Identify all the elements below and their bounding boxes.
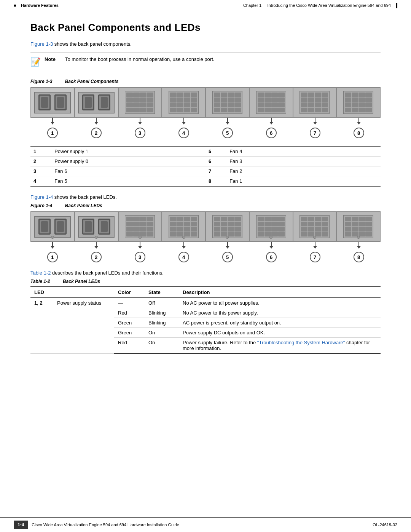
figure-1-3-link[interactable]: Figure 1-3 [30, 41, 53, 47]
th-color: Color [114, 287, 145, 298]
figure-1-3-diagram: 1 2 3 4 5 6 7 8 [30, 87, 381, 140]
callout-6: 6 [266, 128, 277, 138]
led-row-1: 1, 2 Power supply status — Off No AC pow… [30, 298, 381, 308]
callout-1: 1 [47, 128, 58, 138]
intro-paragraph-2: Figure 1-4 shows the back panel LEDs. [30, 194, 381, 200]
fan-visual-led-6 [256, 215, 286, 238]
header-chapter-title: Introducing the Cisco Wide Area Virtuali… [268, 3, 391, 8]
fig-1-4-number: Figure 1-4 [30, 203, 52, 208]
header-chapter-label: Chapter 1 [243, 3, 261, 8]
diagram-1-arrows [30, 118, 381, 125]
panel-slot-led-2 [75, 212, 119, 241]
comp-label-8: Fan 1 [226, 176, 381, 187]
callout-7: 7 [310, 128, 320, 138]
main-content: Back Panel Components and LEDs Figure 1-… [0, 10, 411, 377]
th-led: LED [30, 287, 53, 298]
panel-slot-8 [337, 88, 380, 117]
panel-slot-3 [119, 88, 162, 117]
panel-slot-led-6 [250, 212, 293, 241]
table-row: 4 Fan 5 8 Fan 1 [30, 176, 381, 187]
comp-label-7: Fan 2 [226, 166, 381, 176]
led-state-4: On [145, 328, 179, 338]
table-1-2-link[interactable]: Table 1-2 [30, 270, 51, 276]
table-intro-text: Table 1-2 describes the back panel LEDs … [30, 270, 381, 276]
diagram-2-callouts: 1 2 3 4 5 6 7 8 [30, 249, 381, 264]
diagram-2-arrows [30, 242, 381, 249]
comp-num-2: 2 [30, 157, 51, 166]
callout-led-4: 4 [178, 252, 189, 262]
figure-1-3-caption: Figure 1-3 Back Panel Components [30, 79, 381, 84]
back-panel-diagram-2 [30, 211, 381, 242]
callout-2: 2 [91, 128, 102, 138]
callout-led-7: 7 [310, 252, 320, 262]
header-square: ■ [14, 3, 16, 8]
led-desc-3: AC power is present, only standby output… [179, 318, 381, 328]
panel-slot-led-5 [206, 212, 250, 241]
led-color-4: Green [114, 328, 145, 338]
header-section-label: ■ Hardware Features [14, 3, 59, 8]
led-color-1: — [114, 298, 145, 308]
figure-1-4-diagram: 1 2 3 4 5 6 7 8 [30, 211, 381, 264]
fan-visual-led-4 [169, 215, 199, 238]
footer-doc-title: Cisco Wide Area Virtualization Engine 59… [32, 522, 179, 527]
fan-visual-3 [125, 91, 155, 114]
fig-1-4-title: Back Panel LEDs [65, 203, 102, 208]
comp-num-1: 1 [30, 146, 51, 157]
comp-label-3: Fan 6 [51, 166, 206, 176]
table-intro-suffix: describes the back panel LEDs and their … [51, 270, 163, 276]
comp-label-1: Power supply 1 [51, 146, 206, 157]
comp-num-6: 6 [206, 157, 226, 166]
led-state-2: Blinking [145, 308, 179, 318]
panel-slot-led-3 [119, 212, 162, 241]
fan-visual-7 [299, 91, 330, 114]
table-title: Back Panel LEDs [63, 279, 100, 284]
callout-3: 3 [135, 128, 145, 138]
panel-slot-led-1 [31, 212, 75, 241]
troubleshooting-link[interactable]: "Troubleshooting the System Hardware" [257, 340, 345, 345]
panel-slot-7 [293, 88, 337, 117]
fan-visual-5 [212, 91, 242, 114]
th-state: State [145, 287, 179, 298]
fan-visual-led-8 [343, 215, 373, 238]
callout-4: 4 [178, 128, 189, 138]
led-state-1: Off [145, 298, 179, 308]
led-label-1: Power supply status [53, 298, 114, 353]
fig-1-3-number: Figure 1-3 [30, 79, 52, 84]
th-name [53, 287, 114, 298]
callout-led-6: 6 [266, 252, 277, 262]
page-header: ■ Hardware Features Chapter 1 Introducin… [0, 0, 411, 10]
fan-visual-led-7 [299, 215, 330, 238]
intro-paragraph-1: Figure 1-3 shows the back panel componen… [30, 41, 381, 47]
intro-text-1-suffix: shows the back panel components. [53, 41, 132, 47]
footer-left: 1-4 Cisco Wide Area Virtualization Engin… [14, 521, 179, 529]
led-desc-1: No AC power to all power supplies. [179, 298, 381, 308]
table-number: Table 1-2 [30, 279, 50, 284]
panel-slot-led-7 [293, 212, 337, 241]
comp-num-3: 3 [30, 166, 51, 176]
figure-1-4-caption: Figure 1-4 Back Panel LEDs [30, 203, 381, 208]
callout-led-2: 2 [91, 252, 102, 262]
panel-slot-led-8 [337, 212, 380, 241]
footer-page-number: 1-4 [14, 521, 28, 529]
table-row: 2 Power supply 0 6 Fan 3 [30, 157, 381, 166]
back-panel-diagram-1 [30, 87, 381, 118]
figure-1-4-link[interactable]: Figure 1-4 [30, 194, 53, 200]
comp-num-7: 7 [206, 166, 226, 176]
led-desc-4: Power supply DC outputs on and OK. [179, 328, 381, 338]
comp-label-6: Fan 3 [226, 157, 381, 166]
led-desc-2: No AC power to this power supply. [179, 308, 381, 318]
comp-num-8: 8 [206, 176, 226, 187]
table-row: 3 Fan 6 7 Fan 2 [30, 166, 381, 176]
panel-slot-6 [250, 88, 293, 117]
led-table-header-row: LED Color State Description [30, 287, 381, 298]
led-state-5: On [145, 338, 179, 354]
led-state-3: Blinking [145, 318, 179, 328]
footer-doc-num: OL-24619-02 [373, 522, 397, 527]
callout-led-1: 1 [47, 252, 58, 262]
panel-slot-2 [75, 88, 119, 117]
fan-visual-4 [169, 91, 199, 114]
comp-label-5: Fan 4 [226, 146, 381, 157]
comp-label-4: Fan 5 [51, 176, 206, 187]
components-table: 1 Power supply 1 5 Fan 4 2 Power supply … [30, 146, 381, 187]
panel-slot-1 [31, 88, 75, 117]
